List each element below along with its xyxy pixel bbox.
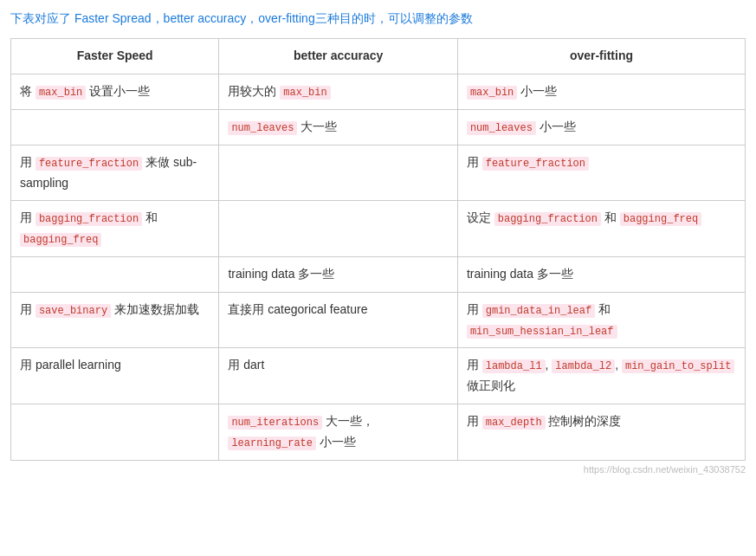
table-row: 用 bagging_fraction 和 bagging_freq设定 bagg… [11,201,746,257]
header-text: 下表对应了 Faster Spread，better accuracy，over… [10,9,746,28]
cell-r1-c1: num_leaves 大一些 [219,109,457,145]
cell-r6-c1: 用 dart [219,348,457,404]
cell-r7-c1: num_iterations 大一些，learning_rate 小一些 [219,404,457,460]
col-faster-speed: Faster Speed [11,39,219,74]
cell-r7-c2: 用 max_depth 控制树的深度 [457,404,745,460]
cell-r2-c2: 用 feature_fraction [457,145,745,201]
cell-r0-c0: 将 max_bin 设置小一些 [11,74,219,110]
cell-r0-c1: 用较大的 max_bin [219,74,457,110]
cell-r3-c1 [219,201,457,257]
cell-r5-c2: 用 gmin_data_in_leaf 和 min_sum_hessian_in… [457,292,745,348]
cell-r5-c1: 直接用 categorical feature [219,292,457,348]
col-over-fitting: over-fitting [457,39,745,74]
table-row: training data 多一些training data 多一些 [11,256,746,292]
cell-r4-c0 [11,256,219,292]
table-row: num_iterations 大一些，learning_rate 小一些用 ma… [11,404,746,460]
cell-r3-c0: 用 bagging_fraction 和 bagging_freq [11,201,219,257]
cell-r0-c2: max_bin 小一些 [457,74,745,110]
table-row: 将 max_bin 设置小一些用较大的 max_binmax_bin 小一些 [11,74,746,110]
table-row: num_leaves 大一些num_leaves 小一些 [11,109,746,145]
cell-r4-c2: training data 多一些 [457,256,745,292]
col-better-accuracy: better accuracy [219,39,457,74]
table-row: 用 parallel learning用 dart用 lambda_l1, la… [11,348,746,404]
cell-r6-c0: 用 parallel learning [11,348,219,404]
cell-r4-c1: training data 多一些 [219,256,457,292]
cell-r1-c2: num_leaves 小一些 [457,109,745,145]
cell-r5-c0: 用 save_binary 来加速数据加载 [11,292,219,348]
watermark: https://blog.csdn.net/weixin_43038752 [10,464,746,475]
table-row: 用 feature_fraction 来做 sub-sampling用 feat… [11,145,746,201]
params-table: Faster Speed better accuracy over-fittin… [10,38,746,460]
cell-r6-c2: 用 lambda_l1, lambda_l2, min_gain_to_spli… [457,348,745,404]
cell-r2-c1 [219,145,457,201]
cell-r3-c2: 设定 bagging_fraction 和 bagging_freq [457,201,745,257]
cell-r1-c0 [11,109,219,145]
table-header-row: Faster Speed better accuracy over-fittin… [11,39,746,74]
cell-r2-c0: 用 feature_fraction 来做 sub-sampling [11,145,219,201]
table-row: 用 save_binary 来加速数据加载直接用 categorical fea… [11,292,746,348]
cell-r7-c0 [11,404,219,460]
